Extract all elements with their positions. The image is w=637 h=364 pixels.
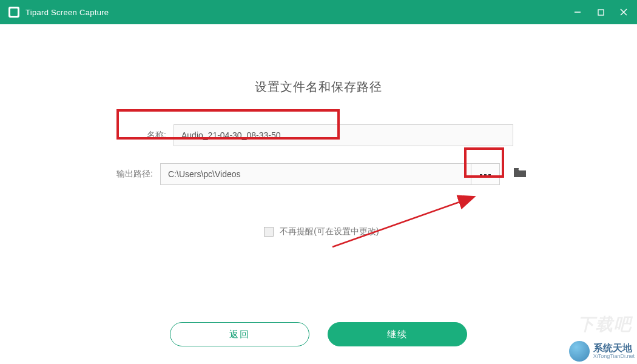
titlebar-left: Tipard Screen Capture [8,7,109,18]
dont-remind-label: 不再提醒(可在设置中更改) [280,226,379,237]
close-button[interactable] [619,7,629,17]
continue-button[interactable]: 继续 [328,322,467,346]
svg-rect-6 [488,174,491,177]
app-title: Tipard Screen Capture [25,8,109,17]
window-controls [573,7,629,17]
path-input-wrap [160,163,500,185]
watermark-faint: 下载吧 [578,313,632,336]
ellipsis-icon [480,169,491,179]
svg-rect-4 [480,174,482,177]
watermark: 系统天地 XiTongTianDi.net [569,341,635,362]
titlebar: Tipard Screen Capture [0,0,637,24]
svg-rect-5 [484,174,487,177]
path-input[interactable] [160,163,471,185]
watermark-en: XiTongTianDi.net [593,354,635,360]
dialog-content: 设置文件名和保存路径 名称: 输出路径: 不再提醒(可在设置中更改) 返回 继续 [0,24,637,346]
maximize-button[interactable] [596,7,605,17]
watermark-text: 系统天地 XiTongTianDi.net [593,343,635,359]
folder-icon [513,167,527,178]
button-row: 返回 继续 [170,322,467,346]
name-row: 名称: [124,124,513,146]
name-label: 名称: [124,130,166,141]
app-icon [8,7,19,18]
maximize-icon [597,8,605,16]
browse-button[interactable] [471,163,500,185]
close-icon [619,8,628,16]
svg-rect-7 [514,168,519,170]
watermark-globe-icon [569,341,590,362]
name-input[interactable] [174,124,513,146]
minimize-icon [573,8,582,16]
dont-remind-checkbox[interactable] [264,227,274,237]
checkbox-row: 不再提醒(可在设置中更改) [264,226,379,237]
back-button[interactable]: 返回 [170,322,309,346]
open-folder-button[interactable] [513,167,527,181]
path-row: 输出路径: [110,163,527,185]
svg-rect-1 [598,10,604,15]
path-label: 输出路径: [110,169,153,180]
watermark-cn: 系统天地 [593,343,635,354]
dialog-heading: 设置文件名和保存路径 [255,79,382,95]
minimize-button[interactable] [573,7,582,17]
